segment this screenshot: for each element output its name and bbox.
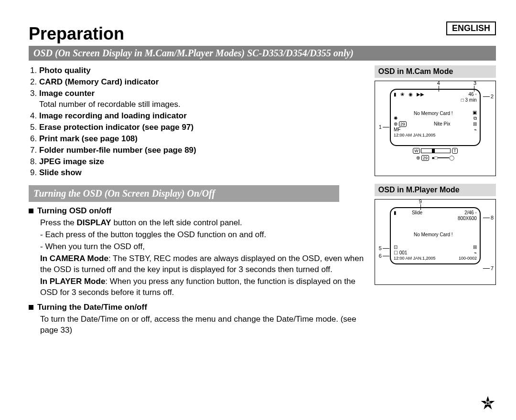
time-text: □ 3 min (461, 97, 477, 103)
lock-icon: ⊡ (394, 244, 398, 250)
bullet-icon (29, 305, 33, 310)
section-heading-1: OSD (On Screen Display in M.Cam/M.Player… (29, 46, 496, 61)
page-number: 25 (485, 400, 491, 406)
icon-right-2: ⧉ (473, 116, 477, 121)
turning-osd-section: Turning OSD on/off Press the DISPLAY but… (29, 206, 365, 298)
panel-b-title: OSD in M.Player Mode (375, 184, 496, 196)
sect1-header: Turning OSD on/off (37, 206, 111, 215)
icon-29: ⊕ 29 (394, 121, 407, 127)
text: Press the (40, 218, 77, 227)
callout-8: 8 (491, 215, 494, 220)
turning-datetime-section: Turning the Date/Time on/off To turn the… (29, 302, 365, 336)
player-mode-label: In PLAYER Mode (40, 277, 105, 286)
nitepix-text: Nite Pix (434, 121, 450, 126)
leader-line (483, 218, 490, 218)
top-left-icons: ▮ ❀ ◉ ▶▶ (394, 92, 424, 97)
icon-left-1: ✺ (394, 116, 398, 121)
count-text: 46 ▫ (468, 92, 476, 97)
screen-mplayer: ▮ Slide 2/46 ▫ 800X600 No Memory Card ! … (390, 207, 481, 264)
screen-mcam: ▮ ❀ ◉ ▶▶ 46 ▫ □ 3 min No Memory Card ! ▣… (390, 89, 481, 146)
sect2-header: Turning the Date/Time on/off (37, 303, 147, 312)
panel-a-title: OSD in M.Cam Mode (375, 65, 496, 78)
item-9: Slide show (39, 168, 365, 178)
no-card-msg: No Memory Card ! (414, 232, 453, 237)
dash-2: - When you turn the OSD off, (40, 242, 365, 252)
callout-6: 6 (379, 253, 382, 259)
callout-7: 7 (491, 265, 494, 271)
leader-line (483, 268, 490, 269)
camera-mode-label: In CAMERA Mode (40, 254, 108, 263)
size-text: 800X600 (458, 216, 477, 221)
bullet-icon (29, 209, 33, 213)
page-title: Preparation (29, 24, 496, 44)
item-5: Erase protection indicator (see page 97) (39, 122, 365, 133)
icon-right-3: ⊞ (473, 121, 477, 126)
callout-5: 5 (379, 245, 382, 251)
icon-right-b: ⌁ (474, 250, 477, 255)
figure-mcam: 1 2 3 4 ▮ ❀ ◉ ▶▶ 46 ▫ □ 3 min No Memory … (375, 81, 496, 176)
item-3: Image counterTotal number of recordable … (39, 88, 365, 110)
display-button-label: DISPLAY (77, 218, 111, 227)
right-column: OSD in M.Cam Mode 1 2 3 4 ▮ ❀ ◉ ▶▶ 46 ▫ … (375, 63, 496, 337)
page-number-badge: 25 (480, 395, 496, 411)
item-4: Image recording and loading indicator (39, 111, 365, 122)
item-7: Folder number-file number (see page 89) (39, 145, 365, 156)
count-text: 2/46 ▫ (464, 210, 477, 215)
callout-4: 4 (437, 80, 440, 86)
icon-right-1: ▣ (473, 110, 477, 115)
bottom-row: ⊕ 29 ●□━━━━◯ (378, 155, 493, 161)
leader-line (383, 256, 389, 256)
osd-legend-list: Photo quality CARD (Memory Card) indicat… (29, 65, 365, 178)
item-6: Print mark (see page 108) (39, 134, 365, 145)
icon-right: ⊞ (473, 244, 477, 250)
leader-line (383, 127, 389, 127)
leader-line (383, 248, 389, 249)
dash-1: - Each press of the button toggles the O… (40, 230, 365, 241)
left-column: Photo quality CARD (Memory Card) indicat… (29, 63, 365, 337)
callout-3: 3 (473, 80, 476, 86)
callout-2: 2 (491, 94, 494, 99)
item-1: Photo quality (39, 65, 365, 76)
language-badge: ENGLISH (446, 21, 496, 35)
slide-text: Slide (412, 210, 422, 215)
icon-right-4: ⌁ (474, 127, 477, 132)
callout-9: 9 (419, 199, 422, 204)
file-text: 100-0002 (459, 256, 477, 261)
section-heading-2: Turning the OSD (On Screen Display) On/O… (29, 185, 339, 202)
sect2-text: To turn the Date/Time on or off, access … (40, 314, 365, 336)
no-card-msg: No Memory Card ! (414, 111, 453, 116)
zoom-t: T (452, 148, 458, 154)
figure-mplayer: 9 8 5 6 7 ▮ Slide 2/46 ▫ 800X600 No Memo… (375, 199, 496, 285)
callout-1: 1 (379, 124, 382, 130)
folder-text: ☐ 001 (394, 250, 407, 255)
zoom-w: W (413, 148, 420, 154)
zoom-bar: W T (378, 148, 493, 154)
item-2: CARD (Memory Card) indicator (39, 77, 365, 88)
item-8: JPEG image size (39, 157, 365, 168)
mf-text: MF (394, 127, 400, 132)
date-text: 12:00 AM JAN.1,2005 (394, 256, 436, 261)
date-text: 12:00 AM JAN.1,2005 (394, 133, 436, 137)
leader-line (483, 96, 490, 97)
batt-icon: ▮ (394, 210, 397, 215)
text: button on the left side control panel. (111, 218, 242, 227)
